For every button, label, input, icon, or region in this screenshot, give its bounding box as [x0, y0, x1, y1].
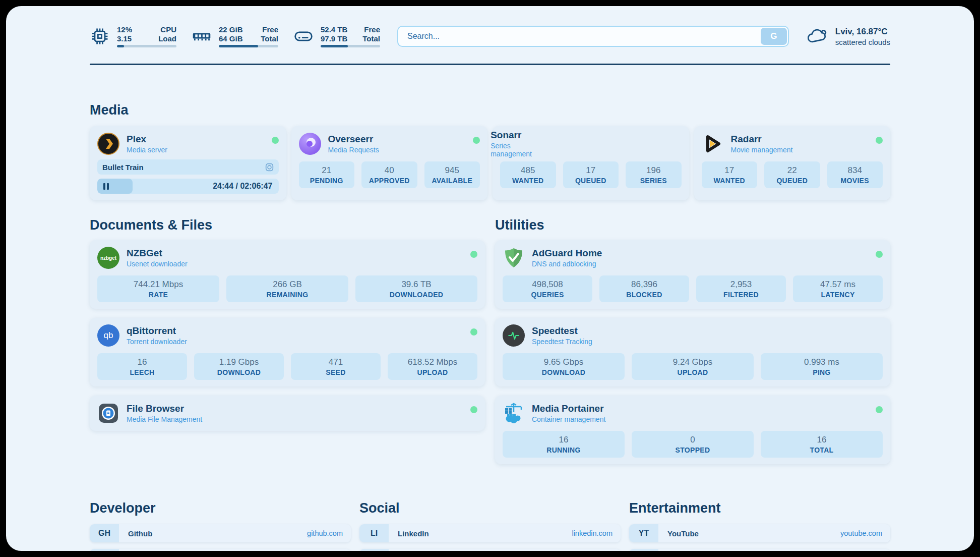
overseerr-icon — [299, 133, 321, 155]
nzbget-stat-remaining: 266 GB REMAINING — [226, 275, 348, 302]
section-title-developer: Developer — [90, 500, 351, 516]
app-card-speedtest[interactable]: Speedtest Speedtest Tracking 9.65 Gbps D… — [495, 318, 890, 386]
weather-condition: scattered clouds — [835, 38, 890, 46]
stat-label: DOWNLOAD — [196, 368, 282, 376]
ram-progress-track — [219, 45, 278, 47]
plex-icon — [97, 133, 119, 155]
stat-value: 834 — [829, 165, 881, 176]
overseerr-stat-pending: 21 PENDING — [299, 161, 355, 188]
disk-free-value: 52.4 TB — [321, 25, 347, 34]
github-abbr: GH — [90, 524, 119, 542]
radarr-subtitle: Movie management — [731, 146, 793, 154]
stat-label: STOPPED — [634, 446, 752, 454]
qbittorrent-icon-text: qb — [104, 330, 113, 341]
links-column-entertainment: Entertainment YT YouTube youtube.com NF … — [629, 500, 890, 551]
plex-progress-bar[interactable]: 24:44 / 02:06:47 — [97, 179, 279, 194]
header-divider — [90, 64, 890, 65]
disk-progress-fill — [321, 45, 348, 47]
app-card-adguard[interactable]: AdGuard Home DNS and adblocking 498,508 … — [495, 240, 890, 309]
qbittorrent-subtitle: Torrent downloader — [127, 338, 187, 346]
link-twitter[interactable]: TW Twitter twitter.com — [359, 549, 621, 551]
portainer-subtitle: Container management — [532, 415, 605, 423]
link-github[interactable]: GH Github github.com — [90, 524, 351, 542]
link-name: Twitter — [398, 549, 422, 551]
app-card-qbittorrent[interactable]: qb qBittorrent Torrent downloader 16 LEE… — [90, 318, 485, 386]
adguard-stat-filtered: 2,953 FILTERED — [696, 275, 786, 302]
stat-label: QUERIES — [505, 291, 590, 299]
stat-label: QUEUED — [565, 177, 617, 185]
radarr-status-dot — [876, 137, 883, 144]
radarr-title: Radarr — [731, 134, 793, 145]
filebrowser-title: File Browser — [127, 403, 202, 414]
portainer-stat-total: 16 TOTAL — [761, 431, 883, 458]
link-youtube[interactable]: YT YouTube youtube.com — [629, 524, 890, 542]
pause-icon[interactable] — [103, 183, 109, 190]
stat-value: 16 — [505, 435, 623, 445]
stat-value: 744.21 Mbps — [99, 280, 217, 290]
links-column-developer: Developer GH Github github.com SO StackO… — [90, 500, 351, 551]
section-title-social: Social — [359, 500, 621, 516]
link-stackoverflow[interactable]: SO StackOverflow stackoverflow.com — [90, 549, 351, 551]
app-card-nzbget[interactable]: nzbget NZBGet Usenet downloader 744.21 M… — [90, 240, 485, 309]
stat-label: PENDING — [301, 177, 353, 185]
adguard-status-dot — [876, 251, 883, 258]
qbittorrent-stat-upload: 618.52 Mbps UPLOAD — [388, 353, 477, 380]
radarr-stat-wanted: 17 WANTED — [702, 161, 758, 188]
portainer-status-dot — [876, 406, 883, 413]
overseerr-subtitle: Media Requests — [328, 146, 379, 154]
media-session-icon — [265, 163, 274, 172]
section-title-documents: Documents & Files — [90, 217, 485, 233]
link-url: twitter.com — [578, 549, 612, 551]
disk-progress-track — [321, 45, 380, 47]
sonarr-stat-wanted: 485 WANTED — [500, 161, 556, 188]
stackoverflow-abbr: SO — [90, 549, 119, 551]
stat-value: 47.57 ms — [795, 280, 881, 290]
nzbget-title: NZBGet — [127, 248, 188, 259]
stat-value: 17 — [565, 165, 617, 176]
app-card-plex[interactable]: Plex Media server Bullet Train 24:44 / 0… — [90, 126, 286, 200]
speedtest-stat-download: 9.65 Gbps DOWNLOAD — [503, 353, 625, 380]
stat-value: 39.6 TB — [357, 280, 475, 290]
stat-value: 471 — [293, 357, 379, 367]
overseerr-title: Overseerr — [328, 134, 379, 145]
link-name: YouTube — [667, 524, 699, 542]
stat-label: TOTAL — [763, 446, 881, 454]
link-netflix[interactable]: NF Netflix netflix.com — [629, 549, 890, 551]
link-name: Netflix — [667, 549, 691, 551]
filebrowser-subtitle: Media File Management — [127, 415, 202, 423]
dashboard-frame: 12% 3.15 CPU Load — [6, 6, 974, 551]
link-linkedin[interactable]: LI LinkedIn linkedin.com — [359, 524, 621, 542]
overseerr-stat-available: 945 AVAILABLE — [424, 161, 480, 188]
adguard-stat-latency: 47.57 ms LATENCY — [793, 275, 883, 302]
stat-label: FILTERED — [698, 291, 784, 299]
app-card-radarr[interactable]: Radarr Movie management 17 WANTED 22 QUE… — [694, 126, 891, 200]
stat-label: BLOCKED — [601, 291, 687, 299]
overseerr-status-dot — [473, 137, 480, 144]
nzbget-status-dot — [470, 251, 477, 258]
app-card-overseerr[interactable]: Overseerr Media Requests 21 PENDING 40 A… — [291, 126, 488, 200]
plex-now-playing-row[interactable]: Bullet Train — [97, 159, 279, 175]
ram-free-value: 22 GiB — [219, 25, 243, 34]
sonarr-stat-queued: 17 QUEUED — [563, 161, 619, 188]
adguard-icon — [503, 247, 525, 269]
section-title-media: Media — [90, 102, 890, 118]
app-card-filebrowser[interactable]: File Browser Media File Management — [90, 396, 485, 431]
search-engine-button[interactable]: G — [761, 28, 787, 45]
system-stats: 12% 3.15 CPU Load — [90, 25, 380, 47]
app-card-sonarr[interactable]: Sonarr Series management 485 WANTED 17 Q… — [493, 126, 689, 200]
overseerr-stat-approved: 40 APPROVED — [361, 161, 417, 188]
stat-value: 498,508 — [505, 280, 590, 290]
qbittorrent-status-dot — [470, 328, 477, 336]
stat-value: 40 — [363, 165, 415, 176]
cpu-icon — [90, 26, 110, 46]
stat-value: 266 GB — [228, 280, 346, 290]
search-input[interactable] — [397, 26, 789, 47]
stat-label: AVAILABLE — [426, 177, 478, 185]
app-card-portainer[interactable]: Media Portainer Container management 16 … — [495, 396, 890, 464]
disk-total-value: 97.9 TB — [321, 34, 347, 43]
cpu-load-label: Load — [158, 34, 176, 43]
qbittorrent-title: qBittorrent — [127, 325, 187, 337]
adguard-title: AdGuard Home — [532, 248, 602, 259]
stat-value: 485 — [502, 165, 554, 176]
cpu-progress-track — [117, 45, 176, 47]
